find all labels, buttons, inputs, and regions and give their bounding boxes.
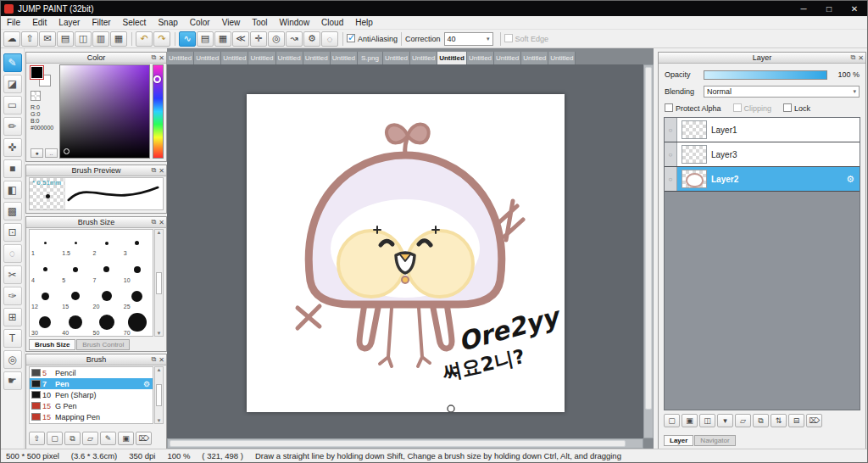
layer-row[interactable]: ○Layer2⚙: [665, 167, 860, 192]
zoom-tool[interactable]: ◎: [3, 350, 22, 369]
brush-size-option[interactable]: 30: [30, 310, 60, 336]
close-button[interactable]: ✕: [842, 1, 867, 16]
undo-icon[interactable]: ↶: [136, 31, 153, 47]
brush-size-option[interactable]: 10: [122, 256, 153, 282]
brush-size-option[interactable]: 3: [122, 230, 153, 256]
material-grid-icon[interactable]: ▦: [110, 31, 127, 47]
brush-size-option[interactable]: 40: [60, 310, 91, 336]
document-tab[interactable]: Untitled: [437, 52, 467, 64]
gradient-tool[interactable]: ▩: [3, 202, 22, 220]
panel-popout-icon[interactable]: ⧉: [152, 53, 157, 62]
layer-link-toggle[interactable]: ○: [665, 118, 677, 142]
brush-list-scrollbar[interactable]: ▲ ▼: [154, 366, 164, 424]
document-tab[interactable]: Untitled: [467, 52, 494, 64]
dock-up-icon[interactable]: ⇧: [29, 432, 45, 445]
add-pixel-layer-icon[interactable]: ▣: [682, 414, 698, 427]
correction-dropdown[interactable]: 40▾: [444, 32, 493, 46]
split-view-icon[interactable]: ▥: [92, 31, 109, 47]
add-layer-icon[interactable]: ▢: [664, 414, 680, 427]
scroll-up-icon[interactable]: ▲: [157, 230, 162, 235]
scroll-up-icon[interactable]: ▲: [157, 367, 162, 372]
brush-size-option[interactable]: 15: [60, 283, 91, 310]
cloud-icon[interactable]: ☁: [3, 31, 20, 47]
scroll-thumb[interactable]: [156, 384, 162, 406]
comment-icon[interactable]: ✉: [39, 31, 56, 47]
panel-popout-icon[interactable]: ⧉: [152, 218, 157, 226]
layer-row[interactable]: ○Layer1: [665, 118, 860, 142]
brush-size-option[interactable]: 25: [122, 283, 153, 310]
duplicate-layer-icon[interactable]: ⧉: [753, 414, 769, 427]
brush-size-option[interactable]: 12: [30, 283, 60, 310]
canvas-vertical-scrollbar[interactable]: [643, 64, 654, 438]
angle-snap-icon[interactable]: ≪: [232, 31, 249, 47]
grid-snap-icon[interactable]: ▦: [214, 31, 231, 47]
menu-window[interactable]: Window: [274, 18, 316, 27]
gear-icon[interactable]: ⚙: [143, 380, 150, 388]
pen-correct-tool[interactable]: ✑: [3, 287, 22, 305]
gear-icon[interactable]: ⚙: [846, 174, 854, 185]
snap-off-icon[interactable]: ◌: [321, 31, 338, 47]
opacity-slider[interactable]: [704, 70, 827, 80]
save-brush-icon[interactable]: ▣: [118, 432, 134, 445]
panel-popout-icon[interactable]: ⧉: [152, 166, 157, 175]
panel-popout-icon[interactable]: ⧉: [851, 53, 856, 62]
antialiasing-toggle[interactable]: AntiAliasing: [347, 34, 398, 43]
hue-slider[interactable]: [153, 64, 164, 159]
grid-select-tool[interactable]: ⊞: [3, 308, 22, 326]
menu-file[interactable]: File: [1, 18, 26, 27]
maximize-button[interactable]: □: [816, 1, 842, 16]
tab-brush-control[interactable]: Brush Control: [76, 339, 130, 350]
brush-size-scrollbar[interactable]: ▲ ▼: [154, 229, 164, 337]
document-tab[interactable]: Untitled: [303, 52, 331, 64]
menu-color[interactable]: Color: [184, 18, 216, 27]
parallel-snap-icon[interactable]: ▤: [197, 31, 214, 47]
scroll-down-icon[interactable]: ▼: [157, 331, 162, 336]
blending-dropdown[interactable]: Normal▾: [704, 86, 860, 98]
clipping-checkbox[interactable]: [733, 103, 742, 112]
transparent-color-swatch[interactable]: [31, 91, 41, 101]
document-tab[interactable]: Untitled: [410, 52, 437, 64]
document-tab[interactable]: Untitled: [194, 52, 221, 64]
lasso-select-tool[interactable]: ◌: [3, 244, 22, 263]
transfer-layer-icon[interactable]: ⇅: [771, 414, 787, 427]
brush-item[interactable]: 15G Pen: [30, 400, 153, 411]
eye-icon[interactable]: ●: [31, 148, 43, 158]
canvas-horizontal-scrollbar[interactable]: [167, 438, 643, 449]
layer-row[interactable]: ○Layer3: [665, 142, 860, 167]
pages-icon[interactable]: ◫: [75, 31, 92, 47]
redo-icon[interactable]: ↷: [153, 31, 170, 47]
menu-cloud[interactable]: Cloud: [315, 18, 349, 27]
layer-link-toggle[interactable]: ○: [665, 167, 677, 191]
merge-layer-icon[interactable]: ⊟: [788, 414, 804, 427]
canvas-viewport[interactable]: Ore2yy 쎠요2니?: [167, 64, 643, 438]
tab-brush-size[interactable]: Brush Size: [29, 339, 75, 350]
hand-tool[interactable]: ☛: [3, 371, 22, 390]
sv-marker[interactable]: [64, 148, 70, 154]
curve-snap-icon[interactable]: ↝: [286, 31, 303, 47]
soft-edge-checkbox[interactable]: [504, 34, 513, 42]
document-tab[interactable]: Untitled: [221, 52, 248, 64]
brush-size-option[interactable]: 2: [92, 230, 122, 256]
brush-size-option[interactable]: 1: [30, 230, 60, 256]
document-tab[interactable]: Untitled: [494, 52, 521, 64]
brush-size-option[interactable]: 4: [30, 256, 60, 282]
antialiasing-checkbox[interactable]: [347, 34, 355, 42]
brush-item[interactable]: 5Pencil: [30, 367, 153, 378]
scroll-thumb[interactable]: [170, 440, 626, 447]
eraser-tool[interactable]: ◪: [3, 75, 22, 93]
protect-alpha-checkbox[interactable]: [665, 103, 673, 112]
duplicate-brush-icon[interactable]: ⧉: [64, 432, 81, 445]
brush-size-option[interactable]: 20: [92, 283, 122, 310]
document-tab[interactable]: Untitled: [548, 52, 576, 64]
brush-tool[interactable]: ✏: [3, 117, 22, 136]
layer-menu-arrow-icon[interactable]: ▾: [717, 414, 733, 427]
snap-settings-icon[interactable]: ⚙: [303, 31, 320, 47]
delete-brush-icon[interactable]: ⌦: [136, 432, 152, 445]
move-tool[interactable]: ✜: [3, 138, 22, 157]
add-folder-icon[interactable]: ▱: [735, 414, 751, 427]
document-tab[interactable]: Untitled: [167, 52, 194, 64]
brush-size-option[interactable]: 50: [92, 310, 122, 336]
brush-folder-icon[interactable]: ▱: [82, 432, 98, 445]
document-tab[interactable]: Untitled: [521, 52, 548, 64]
more-options-icon[interactable]: ..: [45, 148, 58, 158]
